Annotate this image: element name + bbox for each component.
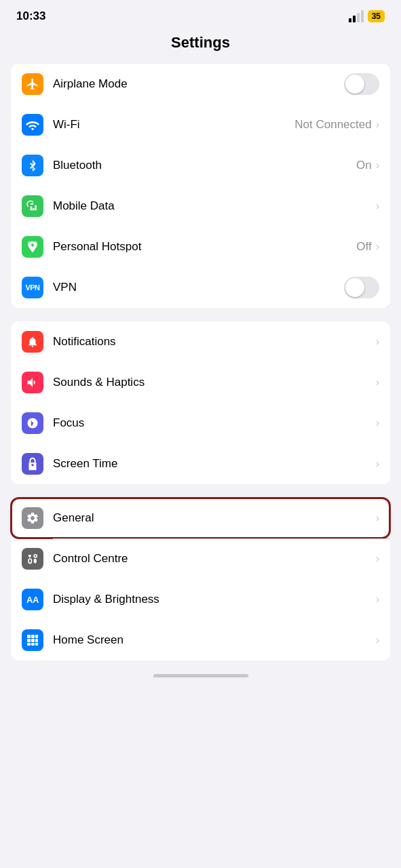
home-screen-icon (22, 629, 43, 651)
control-centre-row[interactable]: Control Centre › (11, 538, 390, 579)
general-row[interactable]: General › (11, 498, 390, 538)
svg-rect-2 (28, 559, 31, 564)
sounds-haptics-chevron: › (376, 376, 379, 389)
signal-bar-2 (353, 16, 356, 22)
battery-badge: 35 (368, 10, 385, 22)
notifications-row[interactable]: Notifications › (11, 321, 390, 362)
wifi-icon (22, 114, 43, 136)
bluetooth-row[interactable]: Bluetooth On › (11, 145, 390, 186)
notifications-group: Notifications › Sounds & Haptics › Focus… (11, 321, 390, 484)
bluetooth-label: Bluetooth (53, 159, 356, 172)
focus-icon (22, 412, 43, 434)
svg-rect-6 (35, 635, 38, 638)
focus-label: Focus (53, 416, 376, 430)
vpn-row[interactable]: VPN VPN (11, 267, 390, 308)
display-brightness-chevron: › (376, 593, 379, 606)
svg-rect-8 (31, 639, 35, 642)
svg-point-0 (28, 555, 31, 557)
screen-time-icon (22, 453, 43, 475)
focus-chevron: › (376, 417, 379, 429)
bluetooth-icon (22, 155, 43, 176)
home-screen-chevron: › (376, 634, 379, 646)
airplane-mode-row[interactable]: Airplane Mode (11, 64, 390, 104)
status-time: 10:33 (16, 9, 45, 23)
sounds-haptics-row[interactable]: Sounds & Haptics › (11, 362, 390, 403)
mobile-data-chevron: › (376, 200, 379, 212)
airplane-mode-toggle[interactable] (344, 73, 379, 95)
signal-bar-1 (349, 18, 351, 22)
wifi-value: Not Connected (294, 118, 371, 132)
vpn-label: VPN (53, 281, 344, 294)
control-centre-chevron: › (376, 553, 379, 565)
signal-bars (349, 10, 364, 22)
bluetooth-chevron: › (376, 159, 379, 172)
personal-hotspot-label: Personal Hotspot (53, 240, 356, 254)
vpn-toggle[interactable] (344, 277, 379, 298)
sounds-haptics-icon (22, 372, 43, 393)
svg-rect-9 (35, 639, 38, 642)
home-indicator (153, 674, 248, 677)
mobile-data-icon (22, 195, 43, 217)
general-label: General (53, 511, 376, 525)
airplane-mode-icon (22, 73, 43, 95)
svg-rect-12 (35, 643, 38, 646)
home-screen-row[interactable]: Home Screen › (11, 620, 390, 660)
notifications-icon (22, 331, 43, 353)
wifi-label: Wi-Fi (53, 118, 294, 132)
control-centre-label: Control Centre (53, 552, 376, 566)
status-right: 35 (349, 10, 385, 22)
svg-rect-11 (31, 643, 35, 646)
personal-hotspot-chevron: › (376, 241, 379, 253)
mobile-data-label: Mobile Data (53, 199, 376, 213)
connectivity-group: Airplane Mode Wi-Fi Not Connected › Blue… (11, 64, 390, 308)
signal-bar-4 (361, 10, 364, 22)
status-bar: 10:33 35 (0, 0, 401, 28)
svg-rect-7 (27, 639, 31, 642)
screen-time-row[interactable]: Screen Time › (11, 443, 390, 484)
general-group-wrapper: General › Control Centre › AA Display & … (11, 498, 390, 660)
display-group: Control Centre › AA Display & Brightness… (11, 538, 390, 660)
screen-time-chevron: › (376, 458, 379, 470)
page-title: Settings (0, 28, 401, 64)
bluetooth-value: On (356, 159, 372, 172)
wifi-row[interactable]: Wi-Fi Not Connected › (11, 104, 390, 145)
personal-hotspot-icon (22, 236, 43, 258)
general-chevron: › (376, 512, 379, 524)
display-brightness-label: Display & Brightness (53, 593, 376, 606)
signal-bar-3 (357, 13, 360, 22)
svg-rect-5 (31, 635, 35, 638)
display-brightness-row[interactable]: AA Display & Brightness › (11, 579, 390, 620)
airplane-mode-label: Airplane Mode (53, 77, 344, 91)
control-centre-icon (22, 548, 43, 570)
wifi-chevron: › (376, 119, 379, 131)
notifications-label: Notifications (53, 335, 376, 349)
focus-row[interactable]: Focus › (11, 403, 390, 443)
home-screen-label: Home Screen (53, 633, 376, 647)
svg-rect-4 (27, 635, 31, 638)
mobile-data-row[interactable]: Mobile Data › (11, 186, 390, 226)
general-icon (22, 507, 43, 529)
svg-point-1 (34, 555, 37, 557)
svg-rect-10 (27, 643, 31, 646)
display-brightness-icon: AA (22, 589, 43, 610)
notifications-chevron: › (376, 336, 379, 348)
personal-hotspot-row[interactable]: Personal Hotspot Off › (11, 226, 390, 267)
svg-rect-3 (34, 559, 37, 564)
screen-time-label: Screen Time (53, 457, 376, 471)
personal-hotspot-value: Off (356, 240, 371, 254)
vpn-icon: VPN (22, 277, 43, 298)
sounds-haptics-label: Sounds & Haptics (53, 376, 376, 389)
